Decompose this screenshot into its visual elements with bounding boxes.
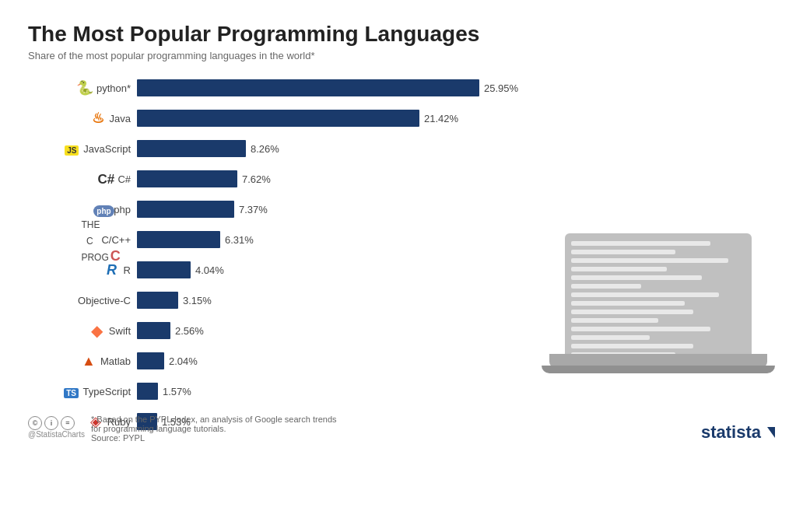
bar-chart: 🐍python*25.95%♨Java21.42%JSJavaScript8.2… [28, 75, 510, 434]
footer: © i = @StatistaCharts * Based on the PYP… [28, 415, 775, 443]
python-icon: 🐍 [76, 79, 93, 96]
lang-label-python: python* [96, 82, 131, 94]
bar-value-objective-c: 3.15% [183, 295, 212, 306]
bar-container-php: 7.37% [137, 201, 510, 218]
lang-label-objective-c: Objective-C [78, 295, 131, 306]
bar-row-python: 🐍python*25.95% [28, 75, 510, 100]
cc-icon: © [28, 416, 42, 430]
label-area-java: ♨Java [28, 110, 137, 127]
bar-row-csharp: C#C#7.62% [28, 166, 510, 191]
laptop-screen [565, 233, 752, 354]
footer-note-line2: for programming language tutorials. [91, 424, 226, 433]
bar-container-javascript: 8.26% [137, 140, 510, 157]
bar-value-swift: 2.56% [175, 325, 204, 337]
c-icon: THECPROGC [81, 215, 98, 264]
bar-java [137, 110, 419, 127]
lang-label-matlab: Matlab [100, 355, 131, 367]
bar-row-matlab: ▲Matlab2.04% [28, 348, 510, 373]
lang-label-javascript: JavaScript [83, 143, 131, 155]
footer-left: © i = @StatistaCharts * Based on the PYP… [28, 415, 337, 443]
bar-objective-c [137, 292, 178, 309]
label-area-matlab: ▲Matlab [28, 353, 137, 369]
lang-label-java: Java [110, 113, 131, 124]
label-area-csharp: C#C# [28, 171, 137, 187]
bar-row-javascript: JSJavaScript8.26% [28, 136, 510, 161]
bar-value-typescript: 1.57% [163, 386, 191, 397]
r-icon: R [103, 262, 121, 278]
statista-arrow-icon [767, 427, 775, 438]
bar-value-r: 4.04% [195, 264, 224, 276]
cc-icons: © i = [28, 416, 85, 430]
bar-value-javascript: 8.26% [251, 143, 279, 155]
bar-row-java: ♨Java21.42% [28, 106, 510, 131]
bar-row-c: THECPROGCC/C++6.31% [28, 227, 510, 252]
bar-value-python: 25.95% [484, 82, 518, 94]
bar-value-c: 6.31% [225, 234, 254, 246]
bar-container-typescript: 1.57% [137, 383, 510, 400]
footer-note: * Based on the PYPL-Index, an analysis o… [91, 415, 337, 443]
label-area-typescript: TSTypeScript [28, 383, 137, 400]
bar-value-matlab: 2.04% [169, 355, 198, 367]
label-area-javascript: JSJavaScript [28, 141, 137, 157]
bar-value-php: 7.37% [239, 204, 268, 215]
lang-label-swift: Swift [109, 325, 131, 337]
label-area-r: RR [28, 262, 137, 278]
bar-typescript [137, 383, 158, 400]
bar-container-swift: 2.56% [137, 322, 510, 339]
laptop-illustration [542, 233, 775, 404]
bar-python [137, 79, 479, 96]
bar-container-objective-c: 3.15% [137, 292, 510, 309]
typescript-icon: TS [63, 383, 80, 400]
label-area-objective-c: Objective-C [28, 295, 137, 306]
lang-label-c: C/C++ [101, 234, 131, 246]
footer-note-line1: * Based on the PYPL-Index, an analysis o… [91, 415, 337, 424]
lang-label-php: php [114, 204, 131, 215]
bar-container-r: 4.04% [137, 261, 510, 278]
footer-source: Source: PYPL [91, 433, 145, 443]
javascript-icon: JS [63, 141, 80, 157]
label-area-python: 🐍python* [28, 79, 137, 96]
bar-php [137, 201, 234, 218]
chart-title: The Most Popular Programming Languages [28, 22, 775, 47]
bar-container-matlab: 2.04% [137, 352, 510, 369]
label-area-c: THECPROGCC/C++ [28, 215, 137, 264]
swift-icon: ◆ [89, 321, 106, 340]
bar-r [137, 261, 191, 278]
statista-text: statista [701, 422, 761, 443]
bar-container-c: 6.31% [137, 231, 510, 248]
chart-subtitle: Share of the most popular programming la… [28, 50, 775, 61]
bar-row-swift: ◆Swift2.56% [28, 318, 510, 343]
laptop-bottom [542, 366, 775, 373]
bar-row-typescript: TSTypeScript1.57% [28, 379, 510, 404]
bar-row-r: RR4.04% [28, 257, 510, 282]
bar-c [137, 231, 220, 248]
lang-label-typescript: TypeScript [83, 386, 131, 397]
bar-value-csharp: 7.62% [242, 173, 271, 185]
cc-nd-icon: = [61, 416, 75, 430]
csharp-icon: C# [97, 171, 114, 187]
bar-value-java: 21.42% [424, 113, 458, 124]
bar-container-csharp: 7.62% [137, 170, 510, 187]
lang-label-csharp: C# [117, 173, 131, 185]
bar-swift [137, 322, 170, 339]
bar-row-objective-c: Objective-C3.15% [28, 288, 510, 313]
bar-csharp [137, 170, 237, 187]
matlab-icon: ▲ [80, 353, 97, 369]
statista-charts-label: @StatistaCharts [28, 430, 85, 439]
java-icon: ♨ [89, 110, 107, 127]
bar-matlab [137, 352, 164, 369]
bar-container-java: 21.42% [137, 110, 510, 127]
cc-by-icon: i [44, 416, 58, 430]
statista-logo: statista [701, 422, 775, 443]
bar-container-python: 25.95% [137, 79, 518, 96]
lang-label-r: R [124, 264, 131, 276]
bar-javascript [137, 140, 246, 157]
label-area-swift: ◆Swift [28, 321, 137, 340]
